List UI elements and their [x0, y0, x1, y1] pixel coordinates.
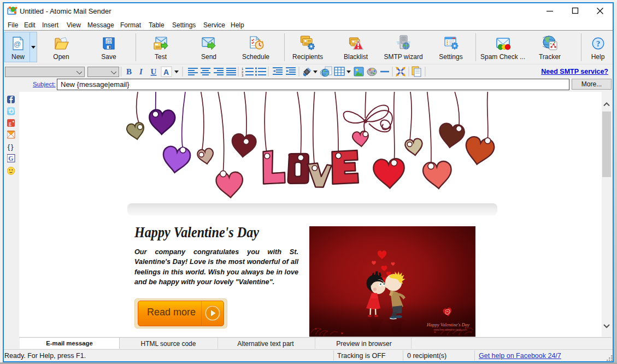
svg-text:U: U: [151, 67, 157, 76]
svg-text:Happy Valentine's Day: Happy Valentine's Day: [426, 322, 469, 327]
svg-text:3: 3: [242, 74, 244, 77]
svg-text:@: @: [106, 38, 111, 44]
svg-text:?: ?: [596, 39, 600, 48]
svg-text:g: g: [9, 120, 11, 126]
svg-text:G: G: [8, 155, 13, 162]
svg-text:B: B: [126, 67, 132, 76]
svg-text:I: I: [139, 67, 143, 76]
svg-text:{}: {}: [8, 143, 15, 151]
svg-text:A: A: [163, 68, 169, 77]
svg-text:@: @: [14, 40, 21, 48]
svg-text:www.free-valentine-cards.com: www.free-valentine-cards.com: [434, 328, 467, 331]
